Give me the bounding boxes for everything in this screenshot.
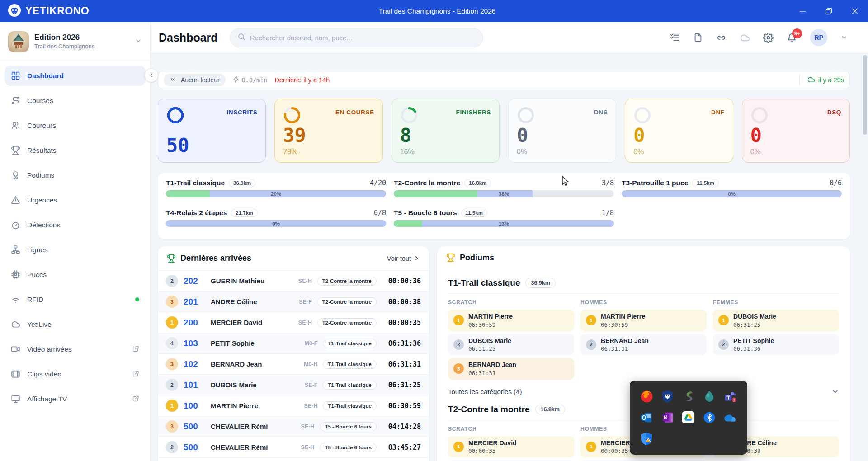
arrival-row[interactable]: 2 202 GUERIN Mathieu SE-H T2-Contre la m… [158, 271, 429, 292]
runner-name: BERNARD Jean [211, 360, 298, 368]
podium-runner-name: MERCIER David [468, 439, 517, 447]
sidebar-item-r-sultats[interactable]: Résultats [5, 140, 146, 160]
sidebar-item-yetilive[interactable]: YetiLive [5, 314, 146, 334]
search-input[interactable] [250, 34, 476, 42]
runner-category: SE-H [301, 423, 315, 430]
chevron-down-icon [135, 37, 142, 46]
edition-subtitle: Trail des Champignons [34, 43, 129, 50]
podium-entry[interactable]: 2 PETIT Sophie 06:31:36 [713, 334, 839, 356]
bell-icon[interactable]: 9+ [787, 33, 797, 43]
bib-number: 201 [184, 297, 205, 307]
outlook-icon[interactable] [640, 410, 654, 424]
stat-card-en-course[interactable]: EN COURSE 39 78% [274, 99, 382, 163]
alert-icon [11, 195, 20, 205]
sidebar-item-clips-vid-o[interactable]: Clips vidéo [5, 364, 146, 384]
gear-icon[interactable] [763, 33, 774, 43]
rank-badge: 3 [166, 296, 178, 308]
podium-entry[interactable]: 3 BERNARD Jean 06:31:31 [448, 358, 574, 380]
sidebar-item-lignes[interactable]: Lignes [5, 240, 146, 260]
podium-runner-name: PETIT Sophie [733, 337, 774, 345]
sidebar-item-coureurs[interactable]: Coureurs [5, 115, 146, 136]
view-all-link[interactable]: Voir tout [387, 255, 420, 262]
arrival-row[interactable]: 3 102 BERNARD Jean M0-H T1-Trail classiq… [158, 354, 429, 375]
sidebar-item-dashboard[interactable]: Dashboard [5, 66, 146, 86]
scrollbar-thumb[interactable] [863, 55, 867, 135]
file-icon[interactable] [693, 33, 703, 42]
user-avatar[interactable]: RP [810, 29, 827, 46]
checklist-icon[interactable] [670, 33, 680, 43]
sidebar-item-puces[interactable]: Puces [5, 264, 146, 285]
s-app-icon[interactable] [681, 390, 695, 404]
podiums-title: Podiums [460, 253, 494, 263]
firefox-icon[interactable] [640, 390, 654, 404]
arrival-row[interactable]: 1 200 MERCIER David SE-H T2-Contre la mo… [158, 312, 429, 333]
stat-card-finishers[interactable]: FINISHERS 8 16% [392, 99, 500, 163]
stat-card-inscrits[interactable]: INSCRITS 50 [158, 99, 266, 163]
runner-name: ANDRE Céline [211, 298, 293, 306]
podium-course-distance: 16.8km [535, 405, 565, 414]
podium-column-header: SCRATCH [448, 426, 574, 432]
podium-rank-badge: 1 [586, 315, 596, 325]
arrival-row[interactable]: 1 100 MARTIN Pierre SE-H T1-Trail classi… [158, 395, 429, 416]
shield-app-icon[interactable] [660, 390, 675, 404]
arrival-time: 04:14:28 [382, 423, 421, 431]
runner-name: PETIT Sophie [211, 339, 299, 347]
podium-entry[interactable]: 1 MERCIER David 00:00:35 [448, 436, 574, 458]
windows-security-icon[interactable] [640, 432, 654, 446]
rank-badge: 1 [166, 316, 178, 329]
cloud-icon[interactable] [740, 33, 750, 43]
sidebar-item-d-tections[interactable]: Détections [5, 215, 146, 235]
drop-app-icon[interactable] [703, 390, 717, 404]
chevron-down-icon[interactable] [840, 34, 848, 41]
stat-card-dsq[interactable]: DSQ 0 0% [742, 99, 850, 163]
latest-arrivals-panel: Dernières arrivées Voir tout 2 202 GUERI… [158, 246, 429, 461]
bib-number: 500 [184, 442, 205, 452]
arrival-row[interactable]: 3 500 CHEVALIER Rémi SE-H T5 - Boucle 6 … [158, 416, 429, 437]
app-logo: YETIKRONO [0, 3, 89, 19]
restore-button[interactable] [816, 0, 842, 22]
sidebar-collapse-button[interactable] [144, 68, 158, 82]
podium-entry[interactable]: 2 BERNARD Jean 06:31:31 [580, 334, 707, 356]
runner-category: SE-H [304, 403, 318, 409]
sidebar-item-rfid[interactable]: RFID [5, 289, 146, 310]
runner-name: CHEVALIER Rémi [211, 423, 296, 430]
sidebar-item-podiums[interactable]: Podiums [5, 165, 146, 185]
main-header: Dashboard 9+ RP [151, 22, 868, 53]
podium-entry[interactable]: 1 MARTIN Pierre 06:30:59 [448, 310, 574, 331]
podium-column-scratch: SCRATCH 1 MARTIN Pierre 06:30:59 2 DUBOI… [448, 299, 574, 382]
arrival-row[interactable]: 4 103 PETIT Sophie M0-F T1-Trail classiq… [158, 333, 429, 354]
podium-entry[interactable]: 1 MARTIN Pierre 06:30:59 [580, 310, 707, 331]
sidebar-item-urgences[interactable]: Urgences [5, 190, 146, 210]
link-icon[interactable] [716, 33, 726, 43]
search-bar[interactable] [230, 28, 483, 47]
arrival-row[interactable]: 3 201 ANDRE Céline SE-F T2-Contre la mon… [158, 292, 429, 312]
onenote-icon[interactable] [660, 410, 675, 424]
arrival-time: 00:00:36 [382, 277, 421, 285]
arrival-row[interactable]: 2 101 DUBOIS Marie SE-F T1-Trail classiq… [158, 375, 429, 395]
sidebar-item-vid-o-arriv-es[interactable]: Vidéo arrivées [5, 339, 146, 359]
teams-icon[interactable] [723, 390, 737, 404]
course-badge: T2-Contre la montre [317, 277, 377, 286]
stat-card-dnf[interactable]: DNF 0 0% [625, 99, 733, 163]
onedrive-icon[interactable] [723, 410, 737, 424]
google-drive-icon[interactable] [681, 410, 695, 424]
course-name: T1-Trail classique [166, 179, 225, 187]
sidebar-item-courses[interactable]: Courses [5, 90, 146, 111]
external-link-icon [132, 395, 139, 403]
sidebar-item-affichage-tv[interactable]: Affichage TV [5, 389, 146, 409]
page-scrollbar[interactable] [863, 22, 867, 461]
podium-entry[interactable]: 1 DUBOIS Marie 06:31:25 [713, 310, 839, 331]
minimize-button[interactable] [789, 0, 816, 22]
runner-category: SE-F [299, 299, 311, 305]
bluetooth-icon[interactable] [703, 410, 717, 424]
arrival-row[interactable]: 2 500 CHEVALIER Rémi SE-H T5 - Boucle 6 … [158, 437, 429, 458]
podium-time: 00:00:35 [468, 447, 517, 454]
search-icon [237, 33, 245, 42]
podium-time: 06:30:59 [601, 321, 645, 328]
cloud-sync-icon [807, 75, 815, 85]
podium-entry[interactable]: 2 DUBOIS Marie 06:31:25 [448, 334, 574, 356]
close-button[interactable] [842, 0, 868, 22]
edition-selector[interactable]: Edition 2026 Trail des Champignons [0, 22, 150, 61]
grid-icon [11, 71, 20, 80]
stat-card-dns[interactable]: DNS 0 0% [508, 99, 616, 163]
